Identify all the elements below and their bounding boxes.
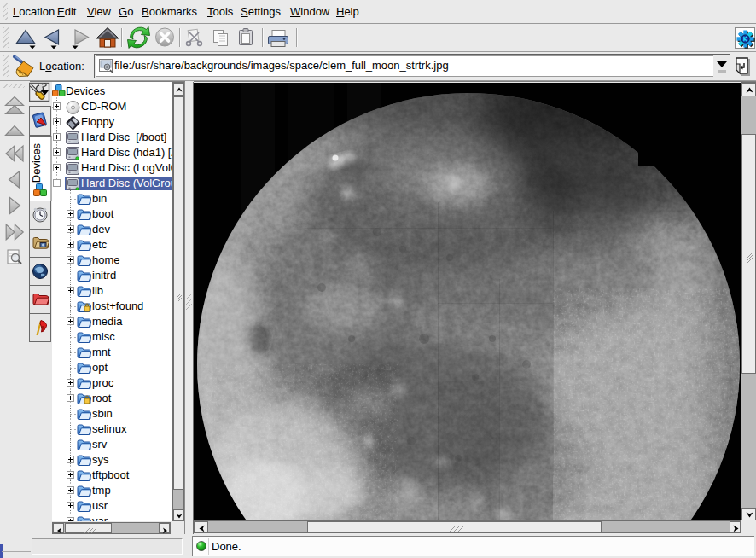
svg-text:Devices: Devices	[30, 142, 43, 183]
